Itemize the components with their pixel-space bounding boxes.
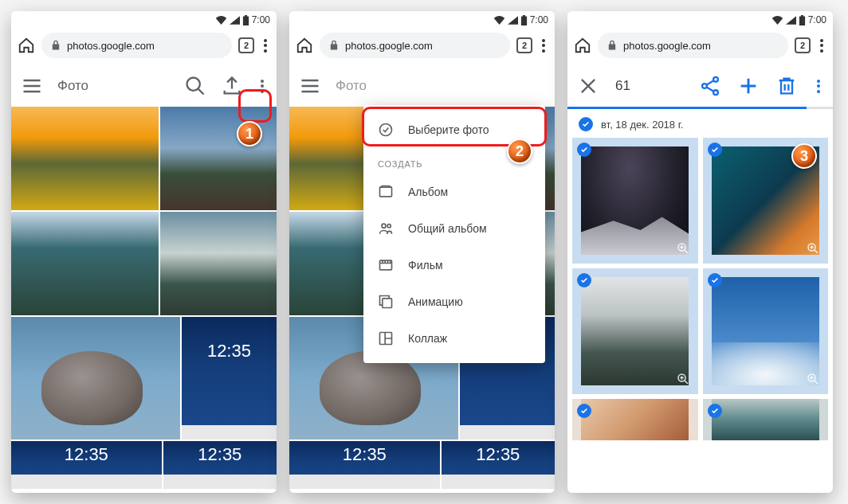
home-icon[interactable] [296,37,313,54]
magnify-icon [674,370,692,388]
photo-thumbnail[interactable] [160,107,277,210]
album-icon [378,184,394,200]
selection-toolbar: 61 [567,65,833,107]
address-bar[interactable]: photos.google.com [598,33,788,58]
photo-thumbnail[interactable] [442,441,555,489]
date-check-icon [579,117,593,131]
upload-icon[interactable] [221,75,243,97]
app-title: Фото [57,78,170,94]
chrome-toolbar: photos.google.com 2 [289,29,555,65]
lock-icon [51,40,61,51]
url-text: photos.google.com [67,40,155,52]
browser-menu-icon[interactable] [261,34,270,57]
photo-thumbnail[interactable] [11,212,159,315]
chrome-toolbar: photos.google.com 2 [11,29,277,65]
menu-item-shared-album[interactable]: Общий альбом [363,210,545,247]
status-time: 7:00 [252,14,270,25]
status-time: 7:00 [530,14,548,25]
photo-thumbnail[interactable] [160,212,277,315]
trash-icon[interactable] [775,75,798,97]
check-icon [577,143,591,157]
check-icon [708,404,722,418]
animation-icon [378,294,394,310]
date-label: вт, 18 дек. 2018 г. [601,119,683,131]
shared-album-icon [378,221,394,236]
magnify-icon [804,240,822,257]
screen-3-selection-mode: 7:00 photos.google.com 2 61 вт, 18 дек. … [567,11,833,493]
svg-point-1 [380,124,392,136]
wifi-icon [215,16,227,25]
photo-thumbnail[interactable] [11,317,180,440]
search-icon[interactable] [184,75,206,97]
address-bar[interactable]: photos.google.com [41,33,232,58]
share-icon[interactable] [699,75,721,97]
photo-thumbnail[interactable] [163,441,277,489]
home-icon[interactable] [18,37,35,54]
lock-icon [329,40,339,51]
signal-icon [786,16,796,25]
android-status-bar: 7:00 [289,11,555,29]
tab-count[interactable]: 2 [795,37,811,53]
check-icon [708,273,722,287]
menu-item-movie[interactable]: Фильм [363,247,545,283]
menu-item-collage[interactable]: Коллаж [363,320,545,357]
hamburger-icon[interactable] [299,75,321,97]
selection-grid [567,138,833,394]
signal-icon [230,16,240,25]
home-icon[interactable] [574,37,591,54]
date-header[interactable]: вт, 18 дек. 2018 г. [567,109,833,138]
tab-count[interactable]: 2 [516,37,532,53]
menu-item-animation[interactable]: Анимацию [363,283,545,320]
url-text: photos.google.com [623,40,711,52]
photo-thumbnail[interactable] [182,317,277,440]
menu-label: Альбом [408,186,448,198]
step-marker-1: 1 [237,121,262,147]
app-more-icon[interactable] [257,75,267,98]
collage-icon [378,330,394,346]
svg-point-3 [382,224,386,228]
battery-icon [799,15,806,25]
app-toolbar: Фото [11,65,277,107]
add-icon[interactable] [737,75,760,97]
photo-thumbnail[interactable] [11,441,162,489]
menu-label: Анимацию [408,295,463,308]
step-marker-3: 3 [791,143,817,169]
movie-icon [378,257,394,273]
menu-label: Коллаж [408,332,447,345]
check-circle-icon [378,122,394,138]
photo-selected[interactable] [572,138,698,264]
check-icon [577,273,591,287]
magnify-icon [674,240,692,257]
photo-thumbnail[interactable] [11,107,159,210]
address-bar[interactable]: photos.google.com [320,33,510,58]
lock-icon [607,40,617,51]
android-status-bar: 7:00 [567,11,833,29]
svg-rect-6 [383,299,392,308]
app-toolbar: Фото [289,65,555,107]
selection-grid-row-partial [567,399,833,440]
browser-menu-icon[interactable] [539,34,548,57]
photo-thumbnail[interactable] [289,441,440,489]
photo-grid [11,107,277,490]
check-icon [708,143,722,157]
menu-label: Общий альбом [408,222,487,235]
app-title: Фото [336,78,545,94]
wifi-icon [771,16,783,25]
browser-menu-icon[interactable] [817,34,826,57]
status-time: 7:00 [808,14,826,25]
hamburger-icon[interactable] [21,75,43,97]
step-marker-2: 2 [507,139,532,164]
chrome-toolbar: photos.google.com 2 [567,29,833,65]
menu-label: Выберите фото [408,123,489,136]
screen-1-photos-list: 7:00 photos.google.com 2 Фото [11,11,277,493]
battery-icon [242,15,249,25]
photo-selected[interactable] [572,268,698,394]
selection-more-icon[interactable] [814,75,823,98]
svg-point-0 [187,78,200,91]
close-icon[interactable] [577,75,599,97]
photo-selected[interactable] [703,268,829,394]
photo-selected[interactable] [572,399,698,440]
tab-count[interactable]: 2 [238,37,254,53]
photo-selected[interactable] [703,399,829,440]
menu-item-album[interactable]: Альбом [363,174,545,210]
